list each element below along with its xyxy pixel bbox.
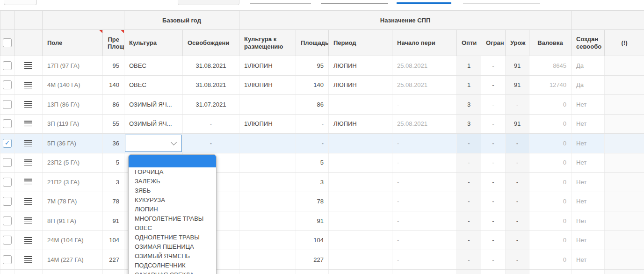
cell-sozdan-sevooborot[interactable]: Да bbox=[572, 75, 605, 95]
cell-ogran[interactable]: - bbox=[481, 114, 506, 134]
dropdown-option[interactable]: ПОДСОЛНЕЧНИК bbox=[129, 261, 216, 270]
cell-nachalo-perioda[interactable]: - bbox=[392, 269, 457, 274]
cell-pred-ploshad[interactable]: 55 bbox=[103, 114, 124, 134]
column-header-nachalo-perioda[interactable]: Начало пери bbox=[392, 30, 457, 56]
cell-kultura-k-razmescheniyu[interactable]: 1\ЛЮПИН bbox=[239, 56, 296, 76]
cell-valovka[interactable]: 0 bbox=[529, 231, 572, 250]
cell-nachalo-perioda[interactable]: - bbox=[392, 250, 457, 270]
cell-warning[interactable] bbox=[605, 134, 644, 153]
column-header-kultura[interactable]: Культура bbox=[124, 30, 183, 56]
cell-nachalo-perioda[interactable]: 25.08.2021 bbox=[392, 75, 457, 95]
cell-urozh[interactable]: - bbox=[506, 153, 529, 173]
cell-urozh[interactable]: 91 bbox=[506, 75, 529, 95]
cell-ogran[interactable]: - bbox=[481, 173, 506, 192]
cell-kultura[interactable]: ОЗИМЫЙ ЯЧ... bbox=[124, 95, 183, 115]
cell-kultura-k-razmescheniyu[interactable] bbox=[239, 231, 296, 250]
cell-urozh[interactable]: - bbox=[506, 134, 529, 153]
cell-ploshad[interactable]: 86 bbox=[296, 95, 329, 115]
cell-nachalo-perioda[interactable]: - bbox=[392, 153, 457, 173]
cell-opti[interactable]: - bbox=[457, 211, 481, 231]
row-checkbox[interactable] bbox=[3, 197, 12, 206]
cell-warning[interactable] bbox=[605, 56, 644, 76]
cell-row-menu[interactable] bbox=[14, 250, 43, 270]
cell-ploshad[interactable]: 3 bbox=[296, 173, 329, 192]
cell-kultura[interactable]: ОЗИМЫЙ ЯЧ... bbox=[124, 114, 183, 134]
cell-ploshad[interactable]: 95 bbox=[296, 56, 329, 76]
cell-row-menu[interactable] bbox=[14, 269, 43, 274]
column-header-warning[interactable]: (!) bbox=[605, 30, 644, 56]
cell-osvobozhdenie[interactable]: 31.07.2021 bbox=[183, 95, 239, 115]
cell-pole[interactable]: 5П (36 ГА) bbox=[43, 134, 103, 153]
cell-osvobozhdenie[interactable]: 31.08.2021 bbox=[183, 75, 239, 95]
cell-ogran[interactable]: - bbox=[481, 56, 506, 76]
cell-opti[interactable]: 3 bbox=[457, 95, 481, 115]
cell-sozdan-sevooborot[interactable]: Нет bbox=[572, 134, 605, 153]
cell-urozh[interactable]: - bbox=[506, 211, 529, 231]
cell-sozdan-sevooborot[interactable]: Нет bbox=[572, 269, 605, 274]
row-checkbox[interactable] bbox=[3, 61, 12, 70]
cell-sozdan-sevooborot[interactable]: Нет bbox=[572, 114, 605, 134]
cell-kultura-k-razmescheniyu[interactable] bbox=[239, 134, 296, 153]
cell-sozdan-sevooborot[interactable]: Нет bbox=[572, 211, 605, 231]
cell-period[interactable] bbox=[329, 134, 392, 153]
dropdown-option[interactable] bbox=[129, 155, 216, 167]
cell-urozh[interactable]: - bbox=[506, 231, 529, 250]
cell-nachalo-perioda[interactable]: - bbox=[392, 173, 457, 192]
cell-warning[interactable] bbox=[605, 173, 644, 192]
cell-warning[interactable] bbox=[605, 95, 644, 115]
column-header-kultura-k-razmescheniyu[interactable]: Культура к размещению bbox=[239, 30, 296, 56]
cell-osvobozhdenie[interactable]: - bbox=[183, 134, 239, 153]
cell-ploshad[interactable]: 104 bbox=[296, 231, 329, 250]
cell-valovka[interactable]: 0 bbox=[529, 250, 572, 270]
cell-pole[interactable]: 24М (104 ГА) bbox=[43, 231, 103, 250]
cell-ploshad[interactable]: - bbox=[296, 114, 329, 134]
column-header-urozh[interactable]: Урож bbox=[506, 30, 529, 56]
cell-urozh[interactable]: - bbox=[506, 250, 529, 270]
cell-period[interactable]: ЛЮПИН bbox=[329, 56, 392, 76]
cell-sozdan-sevooborot[interactable]: Нет bbox=[572, 95, 605, 115]
cell-pred-ploshad[interactable]: 86 bbox=[103, 95, 124, 115]
cell-pole[interactable]: 14М (227 ГА) bbox=[43, 250, 103, 270]
cell-select[interactable] bbox=[0, 56, 14, 76]
cell-row-menu[interactable] bbox=[14, 192, 43, 211]
cell-select[interactable] bbox=[0, 250, 14, 270]
cell-warning[interactable] bbox=[605, 269, 644, 274]
cell-nachalo-perioda[interactable]: - bbox=[392, 231, 457, 250]
dropdown-option[interactable]: ЗАЛЕЖЬ bbox=[129, 177, 216, 186]
cell-pred-ploshad[interactable]: 5 bbox=[103, 153, 124, 173]
cell-row-menu[interactable] bbox=[14, 211, 43, 231]
cell-opti[interactable]: - bbox=[457, 269, 481, 274]
cell-valovka[interactable]: 0 bbox=[529, 134, 572, 153]
cell-period[interactable] bbox=[329, 269, 392, 274]
column-header-ploshad[interactable]: Площадь bbox=[296, 30, 329, 56]
cell-opti[interactable]: - bbox=[457, 173, 481, 192]
cell-pred-ploshad[interactable]: 78 bbox=[103, 192, 124, 211]
dropdown-option[interactable]: КУКУРУЗА bbox=[129, 195, 216, 205]
cell-period[interactable] bbox=[329, 153, 392, 173]
cell-ogran[interactable]: - bbox=[481, 211, 506, 231]
cell-select[interactable] bbox=[0, 153, 14, 173]
dropdown-option[interactable]: ОЗИМАЯ ПШЕНИЦА bbox=[129, 242, 216, 252]
cell-pred-ploshad[interactable]: 104 bbox=[103, 231, 124, 250]
cell-nachalo-perioda[interactable]: - bbox=[392, 192, 457, 211]
cell-nachalo-perioda[interactable]: 25.08.2021 bbox=[392, 56, 457, 76]
cell-ogran[interactable]: - bbox=[481, 134, 506, 153]
cell-valovka[interactable]: 0 bbox=[529, 95, 572, 115]
cell-pole[interactable]: 7М (78 ГА) bbox=[43, 192, 103, 211]
crop-cell-editor[interactable] bbox=[125, 135, 182, 152]
cell-kultura-k-razmescheniyu[interactable]: 1\ЛЮПИН bbox=[239, 75, 296, 95]
cell-urozh[interactable]: 91 bbox=[506, 114, 529, 134]
row-checkbox[interactable] bbox=[3, 80, 12, 89]
cell-warning[interactable] bbox=[605, 153, 644, 173]
cell-select[interactable] bbox=[0, 114, 14, 134]
cell-ogran[interactable]: - bbox=[481, 153, 506, 173]
select-all-checkbox[interactable] bbox=[3, 38, 12, 47]
cell-select[interactable] bbox=[0, 231, 14, 250]
tab-underline[interactable] bbox=[250, 3, 311, 4]
cell-valovka[interactable]: 0 bbox=[529, 173, 572, 192]
cell-warning[interactable] bbox=[605, 192, 644, 211]
cell-kultura-k-razmescheniyu[interactable] bbox=[239, 211, 296, 231]
cell-row-menu[interactable] bbox=[14, 173, 43, 192]
cell-osvobozhdenie[interactable]: - bbox=[183, 114, 239, 134]
tab-underline[interactable] bbox=[321, 3, 388, 4]
